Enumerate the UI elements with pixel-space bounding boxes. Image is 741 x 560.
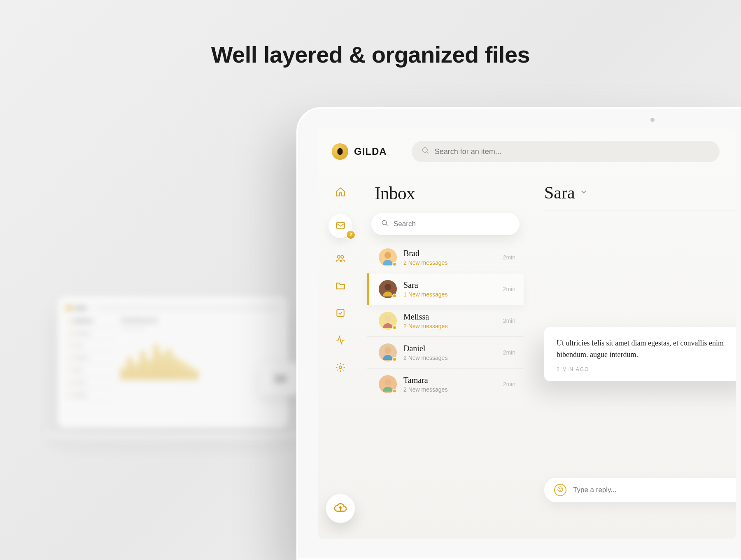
nav-people[interactable] — [335, 254, 346, 265]
conversation-preview: 2 New messages — [403, 386, 496, 393]
global-search-input[interactable] — [435, 147, 710, 156]
inbox-search[interactable] — [371, 213, 520, 235]
svg-point-12 — [384, 347, 391, 354]
inbox-title: Inbox — [375, 183, 524, 204]
svg-point-14 — [558, 487, 563, 492]
conversation-time: 2min — [503, 317, 515, 324]
bg-stat-card: 34 — [259, 362, 301, 395]
top-bar: GILDA — [318, 128, 736, 170]
svg-point-10 — [384, 284, 391, 290]
folder-icon — [335, 280, 346, 293]
conversation-preview: 2 New messages — [403, 259, 496, 266]
nav-settings[interactable] — [335, 362, 346, 374]
conversation-item[interactable]: Daniel 2 New messages 2min — [367, 337, 524, 369]
conversation-item[interactable]: Melissa 2 New messages 2min — [367, 305, 524, 337]
foreground-device-frame: GILDA 2 — [296, 107, 741, 560]
upload-button[interactable] — [326, 494, 355, 523]
emoji-button[interactable] — [554, 484, 566, 496]
brand[interactable]: GILDA — [332, 143, 387, 160]
svg-point-15 — [559, 488, 559, 489]
promo-headline: Well layered & organized files — [0, 41, 741, 68]
avatar — [379, 343, 397, 362]
chat-panel: Sara Ut ultricies felis sit amet diam eg… — [532, 170, 736, 535]
nav-activity[interactable] — [335, 335, 346, 347]
conversation-name: Sara — [403, 280, 496, 290]
chevron-down-icon[interactable] — [579, 187, 588, 198]
svg-rect-2 — [336, 223, 345, 229]
avatar — [379, 312, 397, 330]
inbox-badge: 2 — [346, 230, 356, 240]
smile-icon — [557, 486, 564, 494]
reply-bar[interactable] — [544, 478, 736, 502]
conversation-name: Melissa — [403, 312, 496, 322]
background-laptop-mockup: GILDA Dashboard Messages Team Calendar T… — [58, 296, 288, 445]
search-icon — [422, 147, 430, 157]
svg-point-16 — [561, 488, 561, 489]
nav-inbox[interactable]: 2 — [329, 214, 352, 238]
message-timestamp: 2 MIN AGO — [557, 366, 736, 372]
svg-point-4 — [341, 255, 344, 258]
bg-brand-name: GILDA — [74, 306, 87, 310]
people-icon — [335, 253, 346, 266]
avatar — [379, 248, 397, 266]
side-nav: 2 — [318, 170, 363, 535]
bg-chart — [121, 334, 280, 384]
svg-point-6 — [339, 366, 342, 369]
message-text: Ut ultricies felis sit amet diam egestas… — [557, 338, 736, 361]
nav-tasks[interactable] — [335, 308, 346, 320]
svg-point-9 — [384, 252, 391, 259]
owl-logo-icon — [332, 143, 348, 160]
svg-point-7 — [382, 220, 387, 225]
nav-home[interactable] — [335, 187, 346, 198]
svg-point-13 — [384, 379, 391, 385]
global-search[interactable] — [412, 141, 720, 162]
inbox-panel: Inbox Brad 2 New messages 2min — [363, 170, 532, 535]
bg-page-subtitle: Overall progress — [121, 327, 280, 330]
bg-page-title: Dashboard — [121, 316, 280, 325]
svg-point-0 — [422, 147, 427, 152]
conversation-name: Brad — [403, 249, 496, 258]
conversation-item[interactable]: Brad 2 New messages 2min — [367, 242, 524, 273]
gear-icon — [335, 362, 346, 374]
nav-files[interactable] — [335, 281, 346, 292]
chat-header[interactable]: Sara — [544, 179, 736, 210]
conversation-time: 2min — [503, 254, 515, 261]
avatar — [379, 375, 397, 393]
home-icon — [335, 187, 346, 199]
message-bubble: Ut ultricies felis sit amet diam egestas… — [544, 327, 736, 381]
conversation-time: 2min — [503, 381, 515, 387]
conversation-preview: 2 New messages — [403, 355, 496, 361]
svg-rect-5 — [337, 309, 344, 316]
search-icon — [381, 219, 389, 229]
svg-line-1 — [426, 152, 428, 153]
conversation-time: 2min — [503, 349, 515, 356]
activity-icon — [335, 335, 346, 347]
svg-line-8 — [386, 224, 387, 226]
bg-sidebar: Dashboard Messages Team Calendar Tasks A… — [66, 316, 115, 420]
conversation-preview: 2 New messages — [403, 323, 496, 329]
conversation-item[interactable]: Tamara 2 New messages 2min — [367, 369, 524, 400]
checkbox-icon — [335, 308, 346, 320]
brand-name: GILDA — [354, 146, 387, 157]
conversation-time: 2min — [503, 286, 515, 292]
conversation-list: Brad 2 New messages 2min Sara 1 New mess… — [367, 242, 524, 400]
conversation-name: Tamara — [403, 376, 496, 385]
conversation-item[interactable]: Sara 1 New messages 2min — [367, 273, 524, 305]
mail-icon — [335, 220, 346, 232]
svg-point-3 — [337, 255, 340, 258]
conversation-name: Daniel — [403, 344, 496, 353]
avatar — [379, 280, 397, 298]
conversation-preview: 1 New messages — [403, 291, 496, 298]
reply-input[interactable] — [573, 486, 736, 494]
inbox-search-input[interactable] — [394, 220, 510, 228]
svg-point-11 — [384, 315, 391, 322]
cloud-upload-icon — [333, 501, 347, 516]
chat-title: Sara — [544, 183, 575, 203]
